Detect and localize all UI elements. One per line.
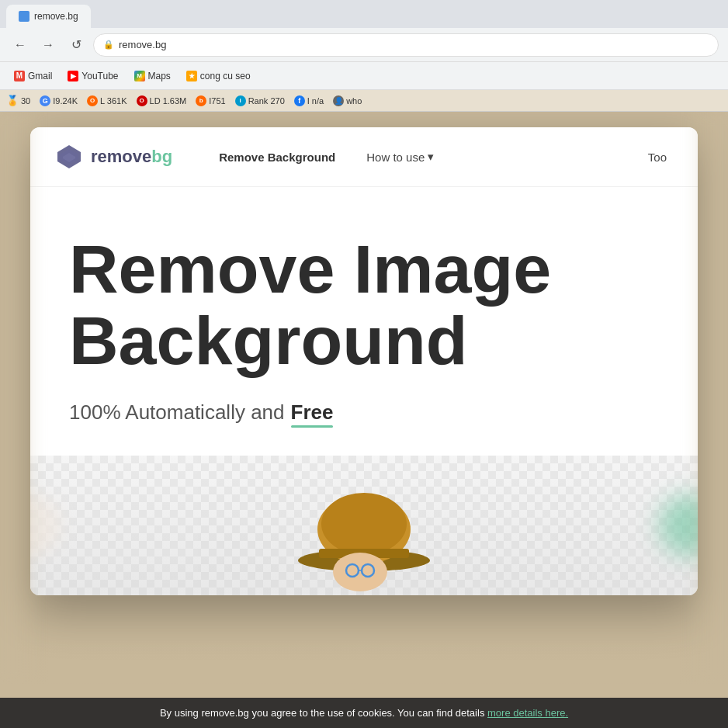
b-seo-icon: b bbox=[196, 95, 206, 106]
browser-chrome: remove.bg ← → ↺ 🔒 remove.bg M Gmail ▶ Yo… bbox=[0, 0, 728, 112]
seo-l-value: L 361K bbox=[100, 96, 127, 106]
website-content: removebg Remove Background How to use ▾ … bbox=[0, 112, 728, 686]
seo-item-google: G I9.24K bbox=[40, 95, 78, 106]
seo-who-value: who bbox=[346, 96, 362, 106]
hero-section: Remove Image Background 100% Automatical… bbox=[30, 187, 698, 456]
preview-image bbox=[286, 471, 442, 595]
bookmarks-bar: M Gmail ▶ YouTube M Maps ★ cong cu seo bbox=[0, 62, 728, 90]
main-modal: removebg Remove Background How to use ▾ … bbox=[30, 127, 698, 595]
hero-title: Remove Image Background bbox=[69, 234, 659, 377]
tab-title: remove.bg bbox=[34, 11, 78, 22]
image-preview-area bbox=[30, 456, 698, 595]
site-navbar: removebg Remove Background How to use ▾ … bbox=[30, 127, 698, 187]
back-button[interactable]: ← bbox=[9, 34, 31, 56]
site-logo[interactable]: removebg bbox=[54, 141, 172, 172]
gmail-favicon: M bbox=[14, 71, 25, 81]
tab-favicon bbox=[19, 11, 29, 22]
reload-button[interactable]: ↺ bbox=[65, 34, 87, 56]
seo-item-who: 👤 who bbox=[333, 95, 362, 106]
active-tab[interactable]: remove.bg bbox=[6, 5, 91, 28]
seo-item-rank: i Rank 270 bbox=[235, 95, 285, 106]
seo-toolbar: 🏅 30 G I9.24K O L 361K O LD 1.63M b I751… bbox=[0, 90, 728, 112]
hero-subtitle: 100% Automatically and Free bbox=[69, 400, 659, 425]
logo-text: removebg bbox=[91, 147, 172, 167]
hat-person-image bbox=[286, 471, 442, 595]
bookmark-seo[interactable]: ★ cong cu seo bbox=[180, 68, 257, 84]
address-bar[interactable]: 🔒 remove.bg bbox=[93, 33, 719, 57]
bookmark-maps[interactable]: M Maps bbox=[128, 68, 177, 84]
seo-item-l: O L 361K bbox=[87, 95, 127, 106]
logo-bg: bg bbox=[151, 147, 172, 166]
modal-overlay: removebg Remove Background How to use ▾ … bbox=[0, 112, 728, 686]
nav-how-to-use[interactable]: How to use ▾ bbox=[366, 150, 434, 164]
bookmark-youtube-label: YouTube bbox=[81, 71, 118, 81]
ld-seo-icon: O bbox=[137, 95, 147, 106]
youtube-favicon: ▶ bbox=[68, 71, 78, 81]
nav-tools-truncated[interactable]: Too bbox=[648, 151, 674, 164]
logo-icon bbox=[54, 141, 85, 172]
svg-point-5 bbox=[321, 493, 407, 555]
logo-remove: remove bbox=[91, 147, 151, 166]
hero-subtitle-prefix: 100% Automatically and bbox=[69, 400, 285, 425]
hero-title-line2: Background bbox=[69, 302, 467, 379]
nav-links: Remove Background How to use ▾ bbox=[219, 150, 648, 164]
seo-google-value: I9.24K bbox=[53, 96, 78, 106]
rank-seo-icon: i bbox=[235, 95, 246, 106]
bookmark-youtube[interactable]: ▶ YouTube bbox=[61, 68, 124, 84]
forward-button[interactable]: → bbox=[37, 34, 59, 56]
cookie-notice: By using remove.bg you agree to the use … bbox=[0, 698, 728, 728]
dropdown-chevron-icon: ▾ bbox=[428, 150, 434, 164]
bookmark-gmail[interactable]: M Gmail bbox=[8, 68, 58, 84]
tab-bar: remove.bg bbox=[0, 0, 728, 28]
seo-item-b: b I751 bbox=[196, 95, 225, 106]
seo-favicon: ★ bbox=[186, 71, 197, 81]
seo-ld-value: LD 1.63M bbox=[150, 96, 187, 106]
seo-item-fb: f I n/a bbox=[294, 95, 324, 106]
l-seo-icon: O bbox=[87, 95, 98, 106]
svg-point-7 bbox=[333, 553, 387, 591]
hero-free-word: Free bbox=[291, 400, 334, 425]
cookie-details-link[interactable]: more details here. bbox=[487, 707, 568, 719]
seo-30-value: 30 bbox=[21, 96, 30, 106]
seo-b-value: I751 bbox=[209, 96, 225, 106]
cookie-text: By using remove.bg you agree to the use … bbox=[160, 707, 484, 719]
seo-item-ld: O LD 1.63M bbox=[137, 95, 187, 106]
fb-seo-icon: f bbox=[294, 95, 305, 106]
seo-rank-value: Rank 270 bbox=[248, 96, 285, 106]
browser-nav-bar: ← → ↺ 🔒 remove.bg bbox=[0, 28, 728, 62]
seo-fb-value: I n/a bbox=[307, 96, 324, 106]
maps-favicon: M bbox=[134, 71, 145, 81]
lock-icon: 🔒 bbox=[103, 40, 114, 50]
bookmark-seo-label: cong cu seo bbox=[200, 71, 251, 81]
hero-title-line1: Remove Image bbox=[69, 231, 551, 307]
address-text: remove.bg bbox=[119, 39, 166, 50]
who-seo-icon: 👤 bbox=[333, 95, 344, 106]
google-seo-icon: G bbox=[40, 95, 50, 106]
nav-remove-background[interactable]: Remove Background bbox=[219, 151, 335, 164]
bookmark-gmail-label: Gmail bbox=[28, 71, 52, 81]
bookmark-maps-label: Maps bbox=[148, 71, 171, 81]
seo-item-30: 🏅 30 bbox=[6, 95, 30, 106]
